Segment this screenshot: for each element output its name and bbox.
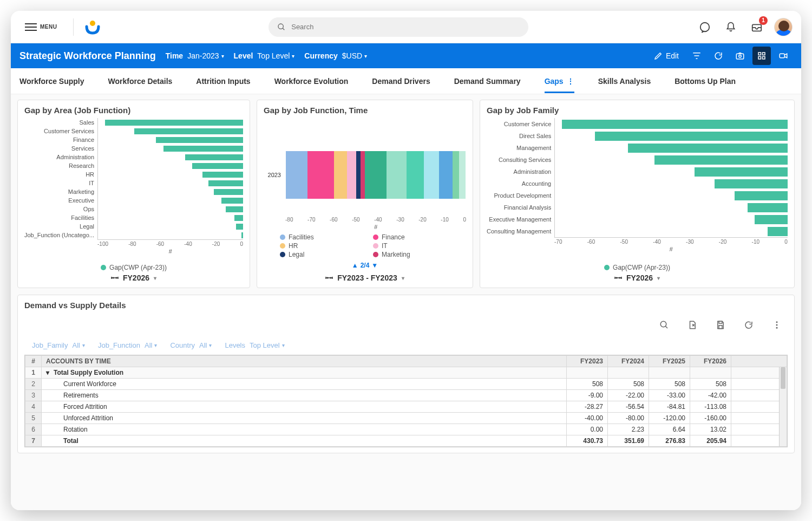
bar[interactable] xyxy=(241,232,243,238)
stack-segment[interactable] xyxy=(424,151,439,199)
edit-sheet-icon[interactable] xyxy=(684,316,701,334)
bar[interactable] xyxy=(202,172,243,178)
bar[interactable] xyxy=(735,191,788,200)
bar[interactable] xyxy=(234,215,243,221)
avatar[interactable] xyxy=(774,18,793,36)
bar[interactable] xyxy=(236,224,243,230)
tab-gaps[interactable]: Gaps⋮ xyxy=(545,69,574,93)
tab-workforce-supply[interactable]: Workforce Supply xyxy=(19,69,84,93)
bar[interactable] xyxy=(226,206,243,212)
bar[interactable] xyxy=(715,179,788,188)
stack-segment[interactable] xyxy=(365,151,387,199)
tab-demand-drivers[interactable]: Demand Drivers xyxy=(372,69,430,93)
table-row[interactable]: 2Current Workforce508508508508 xyxy=(25,379,787,390)
legend-item: Facilities xyxy=(280,233,357,241)
tab-skills-analysis[interactable]: Skills Analysis xyxy=(598,69,651,93)
camera-icon[interactable] xyxy=(731,47,749,65)
menu-button[interactable]: MENU xyxy=(19,20,62,34)
bar[interactable] xyxy=(221,198,243,204)
stack-segment[interactable] xyxy=(361,151,365,199)
svg-point-22 xyxy=(776,321,778,323)
stack-segment[interactable] xyxy=(347,151,356,199)
filter-country[interactable]: CountryAll ▾ xyxy=(170,341,212,349)
stack-segment[interactable] xyxy=(387,151,406,199)
svg-point-15 xyxy=(330,277,332,279)
bar[interactable] xyxy=(595,132,788,141)
grid-icon[interactable] xyxy=(752,47,771,65)
chat-icon[interactable] xyxy=(696,18,713,36)
axis-label: Financial Analysis xyxy=(487,201,551,213)
bar[interactable] xyxy=(768,227,788,236)
details-table[interactable]: #ACCOUNTS BY TIMEFY2023FY2024FY2025FY202… xyxy=(25,355,787,447)
table-scrollbar[interactable] xyxy=(779,367,787,446)
bar[interactable] xyxy=(654,155,788,165)
bar[interactable] xyxy=(695,167,788,177)
table-row[interactable]: 5Unforced Attrition-40.00-80.00-120.00-1… xyxy=(25,413,787,424)
card-gap-by-area: Gap by Area (Job Function) SalesCustomer… xyxy=(17,100,250,288)
edit-button[interactable]: Edit xyxy=(649,51,684,60)
table-row[interactable]: 4Forced Attrition-28.27-56.54-84.81-113.… xyxy=(25,401,787,413)
time-selector[interactable]: Jan-2023▾ xyxy=(187,51,224,60)
table-row[interactable]: 7Total430.73351.69276.83205.94 xyxy=(25,435,787,447)
filter-job_family[interactable]: Job_FamilyAll ▾ xyxy=(32,341,85,349)
bar[interactable] xyxy=(134,128,243,134)
bar[interactable] xyxy=(628,144,788,153)
table-row[interactable]: 3Retirements-9.00-22.00-33.00-42.00 xyxy=(25,390,787,401)
bar[interactable] xyxy=(755,215,788,224)
bar[interactable] xyxy=(208,180,243,186)
legend-item: Legal xyxy=(280,251,357,258)
stack-segment[interactable] xyxy=(439,151,452,199)
workday-logo[interactable] xyxy=(84,19,101,35)
filter-icon[interactable] xyxy=(687,47,706,65)
bell-icon[interactable] xyxy=(722,18,739,36)
topbar: MENU 1 xyxy=(11,11,801,43)
search-bar[interactable] xyxy=(269,17,528,37)
stack-segment[interactable] xyxy=(307,151,334,199)
svg-rect-9 xyxy=(758,57,761,60)
stack-segment[interactable] xyxy=(407,151,424,199)
range-selector[interactable]: FY2023 - FY2023▾ xyxy=(325,273,404,282)
range-selector[interactable]: FY2026▾ xyxy=(111,273,156,282)
video-icon[interactable] xyxy=(774,47,793,65)
filter-levels[interactable]: LevelsTop Level ▾ xyxy=(225,341,284,349)
stack-segment[interactable] xyxy=(334,151,347,199)
bar[interactable] xyxy=(163,146,243,152)
save-icon[interactable] xyxy=(712,316,729,334)
legend-pager[interactable]: ▲2/4▼ xyxy=(264,262,466,269)
tab-demand-summary[interactable]: Demand Summary xyxy=(454,69,521,93)
bar[interactable] xyxy=(156,137,243,143)
tab-menu-icon[interactable]: ⋮ xyxy=(567,77,574,86)
currency-selector[interactable]: $USD▾ xyxy=(342,51,367,60)
tab-workforce-evolution[interactable]: Workforce Evolution xyxy=(274,69,349,93)
search-input[interactable] xyxy=(291,23,520,31)
stack-segment[interactable] xyxy=(286,151,307,199)
bar[interactable] xyxy=(192,163,243,169)
svg-point-3 xyxy=(700,22,710,31)
search-icon xyxy=(277,23,286,31)
level-selector[interactable]: Top Level▾ xyxy=(257,51,294,60)
bar[interactable] xyxy=(562,120,788,129)
bar[interactable] xyxy=(185,154,243,160)
bar[interactable] xyxy=(748,203,788,212)
tab-bottoms-up-plan[interactable]: Bottoms Up Plan xyxy=(675,69,736,93)
tab-attrition-inputs[interactable]: Attrition Inputs xyxy=(196,69,250,93)
stack-segment[interactable] xyxy=(453,151,459,199)
legend-item: HR xyxy=(280,242,357,250)
axis-label: Consulting Management xyxy=(487,225,551,237)
svg-line-19 xyxy=(665,326,667,328)
range-icon xyxy=(614,275,622,281)
table-row[interactable]: 6Rotation0.002.236.6413.02 xyxy=(25,424,787,435)
inbox-icon[interactable]: 1 xyxy=(748,18,765,36)
filter-job_function[interactable]: Job_FunctionAll ▾ xyxy=(98,341,158,349)
axis-label: Administration xyxy=(24,153,94,161)
refresh-icon[interactable] xyxy=(740,316,757,334)
bar[interactable] xyxy=(105,120,243,126)
tab-workforce-details[interactable]: Workforce Details xyxy=(108,69,173,93)
refresh-icon[interactable] xyxy=(709,47,728,65)
range-selector[interactable]: FY2026▾ xyxy=(614,273,660,282)
more-icon[interactable] xyxy=(768,316,785,334)
search-icon[interactable] xyxy=(656,316,673,334)
stack-segment[interactable] xyxy=(356,151,361,199)
stack-segment[interactable] xyxy=(459,151,466,199)
bar[interactable] xyxy=(214,189,243,195)
